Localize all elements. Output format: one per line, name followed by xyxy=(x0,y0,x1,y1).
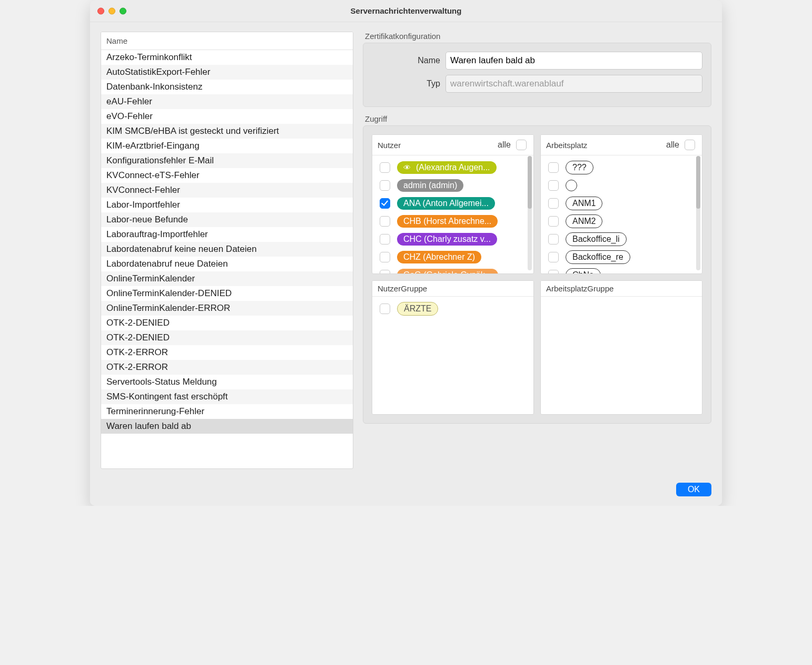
list-item[interactable]: Labordatenabruf neue Dateien xyxy=(101,257,353,271)
user-item[interactable]: (Alexandra Augen... xyxy=(377,159,529,177)
cert-name-input[interactable] xyxy=(445,52,702,70)
workstation-item-checkbox[interactable] xyxy=(548,252,559,262)
cert-section-title: Zertifikatkonfiguration xyxy=(365,32,711,41)
user-item[interactable]: admin (admin) xyxy=(377,177,529,194)
user-group-item-checkbox[interactable] xyxy=(380,304,390,314)
user-item-checkbox[interactable] xyxy=(380,180,390,191)
workstation-item-checkbox[interactable] xyxy=(548,180,559,191)
workstation-item-checkbox[interactable] xyxy=(548,198,559,209)
workstation-item[interactable]: ChNe xyxy=(545,266,698,273)
user-item[interactable]: CHZ (Abrechner Z) xyxy=(377,248,529,266)
list-item[interactable]: Labor-Importfehler xyxy=(101,198,353,212)
list-item[interactable]: Labor-neue Befunde xyxy=(101,212,353,227)
scrollbar-thumb[interactable] xyxy=(696,156,700,209)
list-item[interactable]: Waren laufen bald ab xyxy=(101,419,353,434)
list-item[interactable]: Labordatenabruf keine neuen Dateien xyxy=(101,242,353,257)
list-item[interactable]: OTK-2-ERROR xyxy=(101,360,353,375)
message-type-list: Name Arzeko-TerminkonfliktAutoStatistikE… xyxy=(101,32,353,469)
list-item[interactable]: Arzeko-Terminkonflikt xyxy=(101,50,353,65)
ok-button[interactable]: OK xyxy=(676,483,711,496)
list-item[interactable]: Servertools-Status Meldung xyxy=(101,375,353,389)
user-pill: admin (admin) xyxy=(397,179,463,192)
list-item[interactable]: Terminerinnerung-Fehler xyxy=(101,404,353,419)
workstation-item[interactable]: ANM2 xyxy=(545,212,698,230)
list-item[interactable]: KIM-eArztbrief-Eingang xyxy=(101,139,353,153)
user-group-box-header: NutzerGruppe xyxy=(372,281,533,297)
workstation-group-box-body[interactable] xyxy=(541,297,702,414)
close-icon[interactable] xyxy=(97,7,104,14)
list-item[interactable]: OTK-2-ERROR xyxy=(101,345,353,360)
workstation-item-checkbox[interactable] xyxy=(548,234,559,245)
list-item[interactable]: OTK-2-DENIED xyxy=(101,330,353,345)
list-item[interactable]: eVO-Fehler xyxy=(101,109,353,124)
window: Servernachrichtenverwaltung Name Arzeko-… xyxy=(90,0,722,506)
user-all-label: alle xyxy=(498,140,511,150)
user-box: Nutzer alle (Alexandra Augen...admin (ad… xyxy=(372,134,534,274)
workstation-box-header: Arbeitsplatz alle xyxy=(541,135,702,155)
workstation-group-box: ArbeitsplatzGruppe xyxy=(540,280,702,415)
user-item-checkbox[interactable] xyxy=(380,216,390,227)
workstation-box-body[interactable]: ???ANM1ANM2Backoffice_liBackoffice_reChN… xyxy=(541,155,702,273)
user-item[interactable]: GaG (Gabriele Gynäk... xyxy=(377,266,529,273)
list-item[interactable]: OnlineTerminKalender xyxy=(101,271,353,286)
workstation-item[interactable]: Backoffice_re xyxy=(545,248,698,266)
workstation-item[interactable] xyxy=(545,177,698,194)
list-item[interactable]: SMS-Kontingent fast erschöpft xyxy=(101,389,353,404)
workstation-item-checkbox[interactable] xyxy=(548,216,559,227)
user-item[interactable]: CHC (Charly zusatz v... xyxy=(377,230,529,248)
user-item-checkbox[interactable] xyxy=(380,234,390,245)
workstation-pill: ANM1 xyxy=(566,197,602,210)
window-controls xyxy=(97,7,126,14)
workstation-item[interactable]: ??? xyxy=(545,159,698,177)
user-box-header: Nutzer alle xyxy=(372,135,533,155)
list-item[interactable]: KVConnect-Fehler xyxy=(101,183,353,198)
user-group-box-title: NutzerGruppe xyxy=(378,284,427,293)
cert-name-label: Name xyxy=(372,56,440,65)
user-item-checkbox[interactable] xyxy=(380,270,390,273)
list-item[interactable]: OTK-2-DENIED xyxy=(101,316,353,330)
list-item[interactable]: OnlineTerminKalender-ERROR xyxy=(101,301,353,316)
cert-section: Zertifikatkonfiguration Name Typ xyxy=(363,32,711,107)
content: Name Arzeko-TerminkonfliktAutoStatistikE… xyxy=(90,22,722,480)
user-item[interactable]: CHB (Horst Abrechne... xyxy=(377,212,529,230)
workstation-item[interactable]: ANM1 xyxy=(545,194,698,212)
user-item-checkbox[interactable] xyxy=(380,252,390,262)
cert-type-input xyxy=(445,75,702,93)
user-group-box: NutzerGruppe ÄRZTE xyxy=(372,280,534,415)
workstation-item-checkbox[interactable] xyxy=(548,162,559,173)
user-group-item[interactable]: ÄRZTE xyxy=(377,300,529,318)
user-box-body[interactable]: (Alexandra Augen...admin (admin)ANA (Ant… xyxy=(372,155,533,273)
list-header: Name xyxy=(101,32,353,50)
workstation-all-label: alle xyxy=(666,140,679,150)
list-item[interactable]: KVConnect-eTS-Fehler xyxy=(101,168,353,183)
list-item[interactable]: OnlineTerminKalender-DENIED xyxy=(101,286,353,301)
list-item[interactable]: Konfigurationsfehler E-Mail xyxy=(101,153,353,168)
user-pill: ANA (Anton Allgemei... xyxy=(397,197,495,210)
list-body[interactable]: Arzeko-TerminkonfliktAutoStatistikExport… xyxy=(101,50,353,468)
workstation-group-box-title: ArbeitsplatzGruppe xyxy=(546,284,613,293)
user-item-checkbox[interactable] xyxy=(380,198,390,209)
scrollbar-thumb[interactable] xyxy=(528,156,532,209)
workstation-pill: Backoffice_li xyxy=(566,232,627,246)
zoom-icon[interactable] xyxy=(120,7,126,14)
list-item[interactable]: Laborauftrag-Importfehler xyxy=(101,227,353,242)
user-item-checkbox[interactable] xyxy=(380,162,390,173)
list-item[interactable]: KIM SMCB/eHBA ist gesteckt und verifizie… xyxy=(101,124,353,139)
user-box-title: Nutzer xyxy=(378,141,401,150)
cert-type-label: Typ xyxy=(372,79,440,89)
workstation-item-checkbox[interactable] xyxy=(548,270,559,273)
user-group-box-body[interactable]: ÄRZTE xyxy=(372,297,533,414)
minimize-icon[interactable] xyxy=(108,7,115,14)
footer: OK xyxy=(90,480,722,506)
workstation-pill: Backoffice_re xyxy=(566,250,630,264)
cert-type-row: Typ xyxy=(372,75,702,93)
user-item[interactable]: ANA (Anton Allgemei... xyxy=(377,194,529,212)
workstation-item[interactable]: Backoffice_li xyxy=(545,230,698,248)
workstation-all-checkbox[interactable] xyxy=(685,140,695,150)
user-all-checkbox[interactable] xyxy=(516,140,527,150)
list-item[interactable]: Datenbank-Inkonsistenz xyxy=(101,80,353,94)
access-panel: Nutzer alle (Alexandra Augen...admin (ad… xyxy=(363,125,711,424)
workstation-box: Arbeitsplatz alle ???ANM1ANM2Backoffice_… xyxy=(540,134,702,274)
list-item[interactable]: AutoStatistikExport-Fehler xyxy=(101,65,353,80)
list-item[interactable]: eAU-Fehler xyxy=(101,94,353,109)
